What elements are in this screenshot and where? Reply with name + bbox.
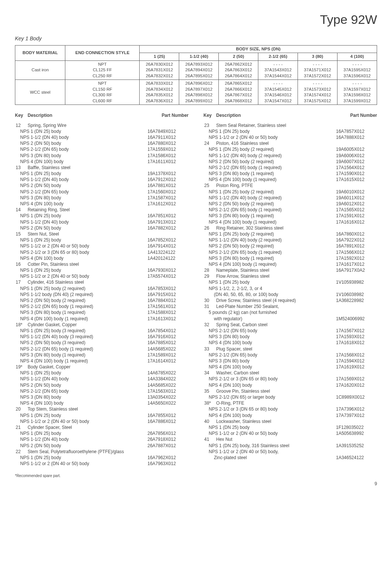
list-item: 21Cylinder Spacer, Steel <box>15 424 189 430</box>
th-size: 3 (80) <box>298 53 337 61</box>
subitem-part: 13A0354X022 <box>147 394 189 400</box>
subitem-desc: NPS 2-1/2 or 3 (DN 65 or 80) body <box>15 249 147 255</box>
subitem-desc: NPS 2 (DN 50) body (2 required) <box>203 159 336 165</box>
subitem-part: 26A7918X012 <box>147 436 189 442</box>
list-subitem: NPS 4 (DN 100) body (1 required)17A1614X… <box>15 358 189 364</box>
item-key: 23 <box>203 122 216 128</box>
subitem-desc: NPS 1-1/2 (DN 40) body (2 required) <box>203 237 336 243</box>
list-subitem: NPS 1 (DN 25) body16A7851X012 <box>15 213 189 219</box>
list-subitem: NPS 1 (DN 25) body (2 required)16A7860X0… <box>203 231 377 237</box>
list-subitem: NPS 4 (DN 100) body17A1618X012 <box>203 340 377 346</box>
subitem-desc: NPS 2-1/2 (DN 65) body (1 required) <box>203 207 336 213</box>
subitem-desc: NPS 1 (DN 25) body (2 required) <box>203 189 336 195</box>
list-subitem: NPS 1 (DN 25) body1F128035022 <box>203 424 377 430</box>
subitem-desc: 5 pounds (2 kg) can (not furnished <box>203 309 336 315</box>
subitem-part: 16A7849X012 <box>147 128 189 134</box>
subitem-desc: NPS 2-1/2 (DN 65) body (1 required) <box>15 303 147 309</box>
list-subitem: NPS 1-1/2 or 2 (DN 40 or 50) body16A7888… <box>203 134 377 140</box>
item-key: 31 <box>203 303 216 309</box>
list-subitem: NPS 1 (DN 25) body16A7962X012 <box>15 455 189 461</box>
subitem-part: 16A7854X012 <box>147 328 189 334</box>
subitem-desc: NPS 1 (DN 25) body <box>203 279 336 285</box>
list-item: 40Lockwasher, Stainless steel <box>203 418 377 424</box>
item-part <box>147 207 189 213</box>
subitem-desc: NPS 2 (DN 50) body (2 required) <box>203 243 336 249</box>
list-subitem: NPS 3 (DN 80) body (1 required)17A1588X0… <box>15 309 189 315</box>
subitem-desc: NPS 1 (DN 25) body <box>15 412 147 418</box>
subitem-part: 16A7886X012 <box>147 418 189 424</box>
list-subitem: NPS 3 (DN 80) body (1 required)17A1589X0… <box>15 352 189 358</box>
subitem-part: 1C8989X0012 <box>336 394 377 400</box>
item-desc: Nameplate, Stainless steel <box>216 267 336 273</box>
subitem-part: 19A6005X012 <box>336 146 377 152</box>
list-subitem: NPS 2-1/2 or 3 (DN 65 or 80) body17A1569… <box>203 376 377 382</box>
item-key: 30 <box>203 297 216 303</box>
list-subitem: NPS 1 (DN 25) body16A7852X012 <box>15 237 189 243</box>
subitem-part: 17A1592X012 <box>336 255 377 261</box>
parts-columns: Key Description Part Number 12Spring, Sp… <box>15 112 377 467</box>
list-item: 34Washer, Carbon steel <box>203 370 377 376</box>
item-desc: Drive Screw, Stainless steel (4 required… <box>216 297 336 303</box>
subitem-desc: NPS 4 (DN 100) body <box>15 201 147 207</box>
subitem-desc: (DN 40, 50, 65, 80, or 100) body <box>203 292 336 297</box>
subitem-desc: NPS 1-1/2 (DN 40) body <box>15 376 147 382</box>
list-item: 28Nameplate, Stainless steel16A7917X0A2 <box>203 267 377 273</box>
list-item: 22Stem Seal, Polytetrafluoroethylene (PT… <box>15 449 189 455</box>
subitem-desc: NPS 1-1/2 or 2 (DN 40 or 50) body <box>15 461 147 467</box>
th-connection: END CONNECTION STYLE <box>65 45 140 60</box>
subitem-part: 16A7962X012 <box>147 455 189 461</box>
item-key: 20 <box>15 406 28 412</box>
list-subitem: NPS 1-1/2 (DN 40) body (3 required)16A79… <box>15 334 189 340</box>
list-subitem: NPS 2-1/2 (DN 65) body (1 required)17A15… <box>15 303 189 309</box>
list-subitem: NPS 3 (DN 80) body17A1593X012 <box>203 334 377 340</box>
item-desc: Cylinder Spacer, Steel <box>28 424 147 430</box>
list-subitem: NPS 1 (DN 25) body (2 required)19A6010X0… <box>203 189 377 195</box>
subitem-part: 19A6012X012 <box>336 201 377 207</box>
list-item: 17Cylinder, 416 Stainless steel <box>15 279 189 285</box>
list-subitem: NPS 1 (DN 25) body (2 required)19A6005X0… <box>203 146 377 152</box>
item-key: 35 <box>203 388 216 394</box>
subitem-desc: NPS 2-1/2 (DN 65) body <box>15 146 147 152</box>
subitem-part: 16A7915X012 <box>147 292 189 297</box>
list-subitem: NPS 1-1/2 or 2 (DN 40 or 50) body1A50563… <box>203 430 377 436</box>
subitem-desc: NPS 1 (DN 25) body <box>15 455 147 461</box>
item-key: 18* <box>15 322 28 328</box>
list-subitem: NPS 1-1/2 (DN 40) body (2 required)19A60… <box>203 153 377 159</box>
item-key: 33 <box>203 346 216 352</box>
item-desc: Stem Seal, Polytetrafluoroethylene (PTFE… <box>28 449 147 455</box>
header-part: Part Number <box>336 112 377 118</box>
item-key: 14 <box>15 207 28 213</box>
subitem-part: 17A1617X012 <box>336 261 377 267</box>
item-part <box>147 406 189 412</box>
subitem-desc: NPS 1-1/2 (DN 40) body (2 required) <box>203 195 336 201</box>
subitem-desc: NPS 2 (DN 50) body <box>15 382 147 388</box>
subitem-desc: NPS 1 (DN 25) body <box>15 267 147 273</box>
subitem-desc: NPS 3 (DN 80) body (1 required) <box>203 213 336 219</box>
subitem-part: 17A1611X012 <box>147 159 189 165</box>
item-key: 32 <box>203 322 216 328</box>
subitem-part: 17A1561X012 <box>147 303 189 309</box>
subitem-part: 16A7922X012 <box>336 237 377 243</box>
subitem-desc: NPS 2 (DN 50) body <box>15 140 147 146</box>
subitem-part: 14A3384X022 <box>147 376 189 382</box>
list-subitem: NPS 1 (DN 25) body16A7855X012 <box>15 412 189 418</box>
list-item: 19*Body Gasket, Copper <box>15 364 189 370</box>
list-subitem: NPS 1-1/2 (DN 40) body26A7918X012 <box>15 436 189 442</box>
subitem-part: 17A1613X012 <box>147 316 189 322</box>
item-part <box>336 436 377 442</box>
item-key: 21 <box>15 424 28 430</box>
subitem-part: 16A7852X012 <box>147 237 189 243</box>
subitem-desc: NPS 4 (DN 100) body <box>203 382 336 388</box>
item-desc: Washer, Carbon steel <box>216 370 336 376</box>
list-subitem: NPS 3 (DN 80) body17A1594X012 <box>203 358 377 364</box>
subitem-desc: NPS 3 (DN 80) body <box>15 195 147 201</box>
subitem-desc: NPS 4 (DN 100) body (1 required) <box>203 177 336 183</box>
item-desc: Piston, 416 Stainless steel <box>216 140 336 146</box>
subitem-desc: NPS 2-1/2 (DN 65) body (1 required) <box>15 346 147 352</box>
subitem-desc: NPS 1-1/2 (DN 40) body (2 required) <box>203 153 336 159</box>
item-key: 34 <box>203 370 216 376</box>
list-item: 25Piston Ring, PTFE <box>203 183 377 189</box>
subitem-desc: NPS 2 (DN 50) body <box>15 183 147 189</box>
list-subitem: NPS 4 (DN 100) body17A1612X012 <box>15 201 189 207</box>
subitem-desc: NPS 1 (DN 25) body <box>15 237 147 243</box>
